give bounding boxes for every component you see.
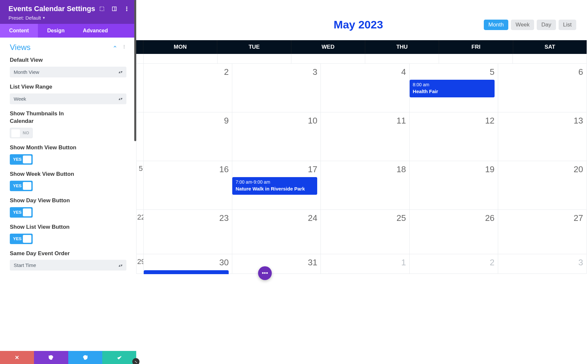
tab-advanced[interactable]: Advanced [74, 24, 117, 38]
view-buttons: Month Week Day List [484, 20, 576, 30]
event-health-fair[interactable]: 8:00 am Health Fair [410, 80, 495, 97]
day-cell[interactable]: 13 [498, 112, 587, 161]
toggle-month-btn-value: YES [13, 157, 22, 162]
undo-button[interactable] [34, 351, 68, 364]
event-nature-walk[interactable]: 7:00 am-9:00 am Nature Walk in Riverside… [232, 177, 317, 195]
section-views-title[interactable]: Views [10, 43, 31, 52]
day-cell[interactable] [218, 54, 291, 64]
more-horizontal-icon: ••• [262, 270, 268, 277]
event-title: Nature Walk in Riverside Park [236, 186, 314, 192]
resize-handle-icon[interactable]: ⤡ [132, 358, 139, 364]
dow-fri: FRI [439, 40, 513, 54]
day-number: 9 [144, 116, 229, 126]
day-cell[interactable]: 4 [321, 64, 409, 112]
select-default-view[interactable]: Month View ▴▾ [10, 67, 126, 77]
day-cell[interactable]: 23 [144, 210, 232, 254]
toggle-knob [23, 156, 31, 163]
day-cell[interactable]: 27 [498, 210, 587, 254]
day-cell[interactable]: 1 [321, 254, 409, 274]
day-cell[interactable]: 20 [498, 161, 587, 210]
day-cell[interactable]: 5 8:00 am Health Fair [410, 64, 498, 112]
event-partial[interactable] [144, 270, 229, 274]
day-cell[interactable]: 25 [321, 210, 409, 254]
redo-button[interactable] [68, 351, 102, 364]
day-cell[interactable]: 2 [144, 64, 232, 112]
calendar-grid: MON TUE WED THU FRI SAT 2 3 4 5 [136, 40, 587, 274]
select-default-view-value: Month View [14, 69, 39, 75]
toggle-thumbnails-value: NO [23, 130, 29, 135]
calendar-title: May 2023 [233, 18, 484, 31]
day-number: 27 [498, 213, 583, 223]
calendar-row: 29 30 31 1 2 3 [136, 254, 587, 274]
expand-icon[interactable] [99, 6, 105, 12]
select-chevron-icon: ▴▾ [119, 263, 122, 267]
dock-icon[interactable] [111, 6, 117, 12]
day-cell[interactable]: 5 [137, 161, 144, 210]
day-cell[interactable] [137, 54, 144, 64]
toggle-list-btn[interactable]: YES [10, 234, 33, 244]
svg-point-5 [126, 10, 127, 11]
day-number: 22 [137, 213, 143, 222]
day-cell[interactable]: 18 [321, 161, 409, 210]
calendar-row-spacer [136, 54, 587, 64]
dow-cell-sun [136, 40, 143, 54]
day-number: 5 [137, 164, 143, 173]
toggle-month-btn[interactable]: YES [10, 154, 33, 165]
day-cell[interactable] [439, 54, 513, 64]
cancel-button[interactable] [0, 351, 34, 364]
day-cell[interactable]: 24 [232, 210, 321, 254]
day-number: 1 [321, 257, 406, 268]
svg-rect-0 [100, 7, 104, 11]
section-more-icon[interactable] [122, 44, 126, 50]
day-number: 26 [410, 213, 495, 223]
event-time: 7:00 am-9:00 am [236, 179, 314, 185]
day-cell[interactable]: 17 7:00 am-9:00 am Nature Walk in Rivers… [232, 161, 321, 210]
select-list-range-value: Week [14, 96, 26, 102]
day-cell[interactable]: 16 [144, 161, 232, 210]
day-cell[interactable]: 19 [410, 161, 498, 210]
day-cell[interactable]: 22 [137, 210, 144, 254]
label-order: Same Day Event Order [10, 250, 126, 257]
select-order[interactable]: Start Time ▴▾ [10, 260, 126, 271]
apply-button[interactable] [102, 351, 136, 364]
event-title: Health Fair [413, 88, 491, 95]
day-cell[interactable] [137, 112, 144, 161]
day-cell[interactable] [291, 54, 365, 64]
toggle-thumbnails[interactable]: NO [10, 128, 33, 138]
day-cell[interactable]: 11 [321, 112, 409, 161]
toggle-day-btn[interactable]: YES [10, 207, 33, 218]
view-button-month[interactable]: Month [484, 20, 508, 30]
module-options-fab[interactable]: ••• [258, 266, 272, 280]
toggle-week-btn[interactable]: YES [10, 181, 33, 191]
label-list-btn: Show List View Button [10, 223, 126, 231]
day-cell[interactable]: 2 [410, 254, 498, 274]
tab-design[interactable]: Design [38, 24, 74, 38]
day-cell[interactable]: 3 [498, 254, 587, 274]
day-cell[interactable] [513, 54, 587, 64]
day-cell[interactable]: 3 [232, 64, 321, 112]
day-cell[interactable]: 9 [144, 112, 232, 161]
view-button-week[interactable]: Week [511, 20, 534, 30]
view-button-day[interactable]: Day [537, 20, 556, 30]
day-cell[interactable] [365, 54, 439, 64]
day-cell[interactable]: 31 [232, 254, 321, 274]
collapse-icon[interactable] [113, 44, 117, 50]
day-cell[interactable] [137, 64, 144, 112]
day-cell[interactable]: 26 [410, 210, 498, 254]
more-vertical-icon[interactable] [124, 6, 130, 12]
day-cell[interactable] [144, 54, 218, 64]
day-cell[interactable]: 30 [144, 254, 232, 274]
select-list-range[interactable]: Week ▴▾ [10, 93, 126, 104]
svg-rect-1 [112, 7, 116, 11]
dow-header: MON TUE WED THU FRI SAT [136, 40, 587, 54]
preset-selector[interactable]: Preset: Default ▼ [8, 15, 95, 21]
settings-header: Events Calendar Settings Preset: Default… [0, 0, 136, 24]
day-number: 16 [144, 164, 229, 174]
day-cell[interactable]: 10 [232, 112, 321, 161]
day-cell[interactable]: 6 [498, 64, 587, 112]
day-cell[interactable]: 29 [137, 254, 144, 274]
tab-content[interactable]: Content [0, 24, 38, 38]
day-number: 30 [144, 257, 229, 268]
day-cell[interactable]: 12 [410, 112, 498, 161]
view-button-list[interactable]: List [559, 20, 576, 30]
